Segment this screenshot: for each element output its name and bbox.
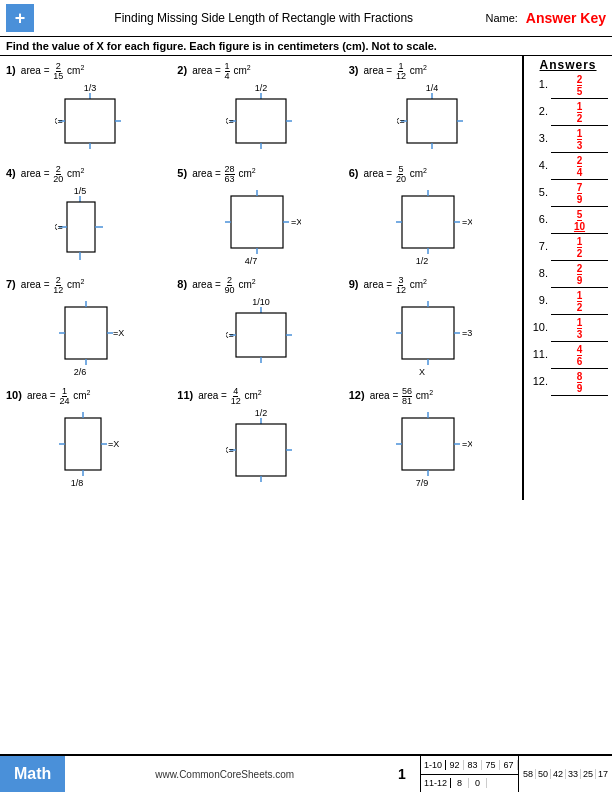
app-icon: +: [6, 4, 34, 32]
stat-val-1-2: 83: [464, 760, 482, 770]
prob-11-label: 11): [177, 389, 193, 401]
prob-5-label: 5): [177, 167, 187, 179]
prob-11-area: area = 412 cm2: [198, 390, 261, 401]
prob-5-figure: =X 4/7: [221, 186, 301, 266]
name-label: Name:: [485, 12, 517, 24]
header-title: Finding Missing Side Length of Rectangle…: [42, 11, 485, 25]
col-h-3: 42: [551, 769, 566, 779]
prob-8-figure: 1/10 X=: [226, 297, 296, 377]
problem-7: 7) area = 212 cm2 =X 2/6: [4, 274, 175, 381]
svg-rect-42: [65, 307, 107, 359]
prob-3-figure: 1/4 X=: [397, 83, 467, 155]
stat-val-1-1: 92: [446, 760, 464, 770]
prob-10-area: area = 124 cm2: [27, 390, 90, 401]
footer-page: 1: [384, 756, 420, 792]
svg-text:=3/6: =3/6: [462, 328, 472, 338]
prob-7-label: 7): [6, 278, 16, 290]
prob-6-label: 6): [349, 167, 359, 179]
col-h-5: 25: [581, 769, 596, 779]
answer-val-11: 46: [551, 344, 608, 369]
answer-item-10: 10. 13: [528, 317, 608, 342]
answer-num-8: 8.: [528, 267, 548, 279]
answer-num-4: 4.: [528, 159, 548, 171]
svg-rect-23: [67, 202, 95, 252]
answer-val-12: 89: [551, 371, 608, 396]
prob-11-figure: 1/2 X=: [226, 408, 296, 488]
prob-12-label: 12): [349, 389, 365, 401]
svg-text:=X: =X: [291, 217, 301, 227]
answer-val-2: 12: [551, 101, 608, 126]
problem-row-3: 7) area = 212 cm2 =X 2/6: [4, 274, 518, 381]
problem-12: 12) area = 5681 cm2 =X 7/9: [347, 385, 518, 492]
svg-rect-35: [402, 196, 454, 248]
problem-2: 2) area = 14 cm2 1/2 X=: [175, 60, 346, 159]
svg-rect-28: [231, 196, 283, 248]
answer-item-3: 3. 13: [528, 128, 608, 153]
svg-rect-51: [236, 313, 286, 357]
prob-8-label: 8): [177, 278, 187, 290]
prob-4-area: area = 220 cm2: [21, 168, 84, 179]
answer-item-7: 7. 12: [528, 236, 608, 261]
svg-text:X=: X=: [397, 116, 405, 126]
answer-val-4: 24: [551, 155, 608, 180]
answer-num-5: 5.: [528, 186, 548, 198]
answer-item-11: 11. 46: [528, 344, 608, 369]
prob-4-label: 4): [6, 167, 16, 179]
stat-val-2-1: 8: [451, 778, 469, 788]
prob-3-label: 3): [349, 64, 359, 76]
svg-text:1/4: 1/4: [426, 83, 439, 93]
problem-10: 10) area = 124 cm2 =X 1/8: [4, 385, 175, 492]
prob-9-label: 9): [349, 278, 359, 290]
svg-text:4/7: 4/7: [245, 256, 258, 266]
prob-1-label: 1): [6, 64, 16, 76]
problem-row-4: 10) area = 124 cm2 =X 1/8: [4, 385, 518, 492]
footer-math-label: Math: [0, 756, 65, 792]
prob-7-area: area = 212 cm2: [21, 279, 84, 290]
answer-sidebar: Answers 1. 25 2. 12 3. 13 4. 24 5.: [522, 56, 612, 500]
stat-val-2-2: 0: [469, 778, 487, 788]
problem-8: 8) area = 290 cm2 1/10 X=: [175, 274, 346, 381]
main-area: 1) area = 215 cm2 1/3: [0, 56, 612, 500]
prob-1-figure: 1/3 X=: [55, 83, 125, 155]
header: + Finding Missing Side Length of Rectang…: [0, 0, 612, 37]
answer-item-4: 4. 24: [528, 155, 608, 180]
svg-text:X: X: [419, 367, 425, 377]
answer-num-7: 7.: [528, 240, 548, 252]
col-h-2: 50: [536, 769, 551, 779]
prob-1-area: area = 215 cm2: [21, 65, 84, 76]
answer-val-6: 510: [551, 209, 608, 234]
problem-row-2: 4) area = 220 cm2 1/5 X=: [4, 163, 518, 270]
answer-num-10: 10.: [528, 321, 548, 333]
svg-rect-63: [65, 418, 101, 470]
svg-rect-72: [236, 424, 286, 476]
prob-5-area: area = 2863 cm2: [192, 168, 255, 179]
svg-text:7/9: 7/9: [416, 478, 429, 488]
answer-key-label: Answer Key: [526, 10, 606, 26]
prob-2-label: 2): [177, 64, 187, 76]
footer-stat-row-2: 11-12 8 0: [421, 774, 518, 793]
answer-num-12: 12.: [528, 375, 548, 387]
svg-text:2/6: 2/6: [73, 367, 86, 377]
problem-3: 3) area = 112 cm2 1/4 X=: [347, 60, 518, 159]
answer-val-1: 25: [551, 74, 608, 99]
svg-text:X=: X=: [226, 116, 234, 126]
svg-text:X=: X=: [226, 330, 234, 340]
answer-item-12: 12. 89: [528, 371, 608, 396]
answer-item-9: 9. 12: [528, 290, 608, 315]
problem-9: 9) area = 312 cm2 =3/6 X: [347, 274, 518, 381]
answer-val-10: 13: [551, 317, 608, 342]
prob-2-figure: 1/2 X=: [226, 83, 296, 155]
prob-3-area: area = 112 cm2: [364, 65, 427, 76]
answer-num-3: 3.: [528, 132, 548, 144]
stat-vals-2: 8 0: [451, 778, 487, 788]
prob-10-figure: =X 1/8: [55, 408, 125, 488]
answer-item-2: 2. 12: [528, 101, 608, 126]
prob-9-area: area = 312 cm2: [364, 279, 427, 290]
answer-num-11: 11.: [528, 348, 548, 360]
answer-num-1: 1.: [528, 78, 548, 90]
svg-rect-77: [402, 418, 454, 470]
stat-val-1-3: 75: [482, 760, 500, 770]
answer-val-9: 12: [551, 290, 608, 315]
svg-text:=X: =X: [462, 439, 472, 449]
svg-text:1/2: 1/2: [255, 408, 268, 418]
